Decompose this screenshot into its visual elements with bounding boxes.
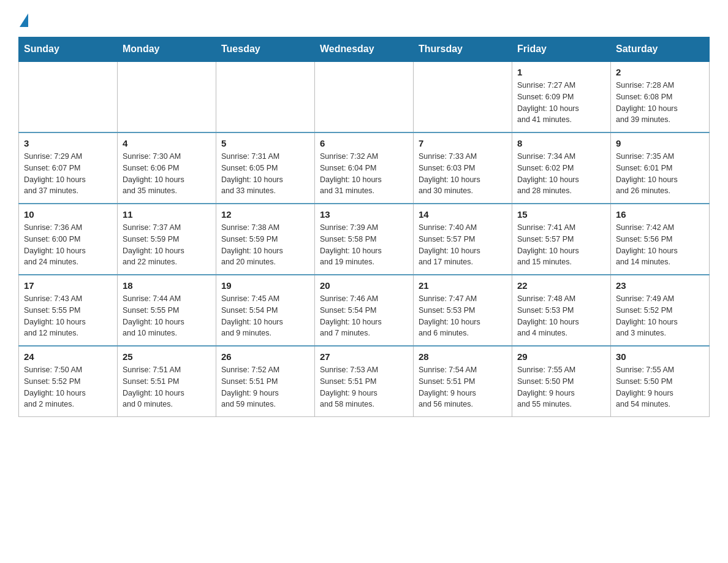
day-info: Sunrise: 7:41 AM Sunset: 5:57 PM Dayligh…: [517, 222, 605, 268]
day-number: 7: [419, 138, 507, 148]
day-info: Sunrise: 7:43 AM Sunset: 5:55 PM Dayligh…: [24, 293, 112, 339]
day-number: 15: [517, 209, 605, 220]
weekday-header-tuesday: Tuesday: [216, 37, 315, 62]
day-info: Sunrise: 7:39 AM Sunset: 5:58 PM Dayligh…: [320, 222, 408, 268]
day-info: Sunrise: 7:49 AM Sunset: 5:52 PM Dayligh…: [616, 293, 704, 339]
weekday-header-thursday: Thursday: [414, 37, 512, 62]
calendar-cell: 30Sunrise: 7:55 AM Sunset: 5:50 PM Dayli…: [611, 346, 710, 417]
day-info: Sunrise: 7:33 AM Sunset: 6:03 PM Dayligh…: [419, 151, 507, 197]
day-number: 22: [517, 280, 605, 291]
day-info: Sunrise: 7:35 AM Sunset: 6:01 PM Dayligh…: [616, 151, 704, 197]
day-number: 28: [419, 351, 507, 362]
day-number: 18: [123, 280, 211, 291]
day-info: Sunrise: 7:38 AM Sunset: 5:59 PM Dayligh…: [221, 222, 309, 268]
day-number: 2: [616, 67, 704, 77]
day-info: Sunrise: 7:28 AM Sunset: 6:08 PM Dayligh…: [616, 80, 704, 126]
calendar-cell: 12Sunrise: 7:38 AM Sunset: 5:59 PM Dayli…: [216, 204, 315, 275]
day-number: 6: [320, 138, 408, 148]
weekday-header-row: SundayMondayTuesdayWednesdayThursdayFrid…: [19, 37, 710, 62]
day-number: 25: [123, 351, 211, 362]
day-info: Sunrise: 7:50 AM Sunset: 5:52 PM Dayligh…: [24, 364, 112, 410]
day-number: 5: [221, 138, 309, 148]
day-info: Sunrise: 7:37 AM Sunset: 5:59 PM Dayligh…: [123, 222, 211, 268]
calendar-cell: 11Sunrise: 7:37 AM Sunset: 5:59 PM Dayli…: [118, 204, 216, 275]
day-number: 29: [517, 351, 605, 362]
calendar-cell: 22Sunrise: 7:48 AM Sunset: 5:53 PM Dayli…: [512, 275, 611, 346]
calendar-cell: 21Sunrise: 7:47 AM Sunset: 5:53 PM Dayli…: [414, 275, 512, 346]
day-info: Sunrise: 7:48 AM Sunset: 5:53 PM Dayligh…: [517, 293, 605, 339]
weekday-header-friday: Friday: [512, 37, 611, 62]
weekday-header-monday: Monday: [118, 37, 216, 62]
calendar-week-row: 17Sunrise: 7:43 AM Sunset: 5:55 PM Dayli…: [19, 275, 710, 346]
calendar-cell: 14Sunrise: 7:40 AM Sunset: 5:57 PM Dayli…: [414, 204, 512, 275]
calendar-cell: 20Sunrise: 7:46 AM Sunset: 5:54 PM Dayli…: [315, 275, 414, 346]
calendar-cell: 2Sunrise: 7:28 AM Sunset: 6:08 PM Daylig…: [611, 61, 710, 132]
day-number: 12: [221, 209, 309, 220]
day-info: Sunrise: 7:51 AM Sunset: 5:51 PM Dayligh…: [123, 364, 211, 410]
calendar-table: SundayMondayTuesdayWednesdayThursdayFrid…: [18, 37, 710, 417]
calendar-cell: 27Sunrise: 7:53 AM Sunset: 5:51 PM Dayli…: [315, 346, 414, 417]
day-info: Sunrise: 7:45 AM Sunset: 5:54 PM Dayligh…: [221, 293, 309, 339]
calendar-week-row: 1Sunrise: 7:27 AM Sunset: 6:09 PM Daylig…: [19, 61, 710, 132]
day-number: 23: [616, 280, 704, 291]
calendar-cell: 15Sunrise: 7:41 AM Sunset: 5:57 PM Dayli…: [512, 204, 611, 275]
day-number: 14: [419, 209, 507, 220]
day-info: Sunrise: 7:36 AM Sunset: 6:00 PM Dayligh…: [24, 222, 112, 268]
calendar-cell: 25Sunrise: 7:51 AM Sunset: 5:51 PM Dayli…: [118, 346, 216, 417]
logo-arrow-icon: [20, 13, 28, 27]
day-number: 3: [24, 138, 112, 148]
calendar-cell: 18Sunrise: 7:44 AM Sunset: 5:55 PM Dayli…: [118, 275, 216, 346]
calendar-cell: 28Sunrise: 7:54 AM Sunset: 5:51 PM Dayli…: [414, 346, 512, 417]
calendar-cell: [315, 61, 414, 132]
day-info: Sunrise: 7:47 AM Sunset: 5:53 PM Dayligh…: [419, 293, 507, 339]
day-number: 8: [517, 138, 605, 148]
calendar-cell: [118, 61, 216, 132]
day-number: 13: [320, 209, 408, 220]
day-info: Sunrise: 7:55 AM Sunset: 5:50 PM Dayligh…: [616, 364, 704, 410]
calendar-cell: 5Sunrise: 7:31 AM Sunset: 6:05 PM Daylig…: [216, 132, 315, 204]
day-info: Sunrise: 7:27 AM Sunset: 6:09 PM Dayligh…: [517, 80, 605, 126]
calendar-cell: [414, 61, 512, 132]
day-number: 21: [419, 280, 507, 291]
calendar-cell: 7Sunrise: 7:33 AM Sunset: 6:03 PM Daylig…: [414, 132, 512, 204]
calendar-cell: [216, 61, 315, 132]
calendar-cell: 19Sunrise: 7:45 AM Sunset: 5:54 PM Dayli…: [216, 275, 315, 346]
calendar-cell: 3Sunrise: 7:29 AM Sunset: 6:07 PM Daylig…: [19, 132, 118, 204]
calendar-cell: 4Sunrise: 7:30 AM Sunset: 6:06 PM Daylig…: [118, 132, 216, 204]
calendar-cell: 16Sunrise: 7:42 AM Sunset: 5:56 PM Dayli…: [611, 204, 710, 275]
day-number: 11: [123, 209, 211, 220]
day-info: Sunrise: 7:30 AM Sunset: 6:06 PM Dayligh…: [123, 151, 211, 197]
weekday-header-sunday: Sunday: [19, 37, 118, 62]
day-info: Sunrise: 7:54 AM Sunset: 5:51 PM Dayligh…: [419, 364, 507, 410]
calendar-cell: 24Sunrise: 7:50 AM Sunset: 5:52 PM Dayli…: [19, 346, 118, 417]
calendar-cell: 29Sunrise: 7:55 AM Sunset: 5:50 PM Dayli…: [512, 346, 611, 417]
day-info: Sunrise: 7:44 AM Sunset: 5:55 PM Dayligh…: [123, 293, 211, 339]
day-number: 30: [616, 351, 704, 362]
calendar-week-row: 24Sunrise: 7:50 AM Sunset: 5:52 PM Dayli…: [19, 346, 710, 417]
calendar-cell: 26Sunrise: 7:52 AM Sunset: 5:51 PM Dayli…: [216, 346, 315, 417]
day-info: Sunrise: 7:53 AM Sunset: 5:51 PM Dayligh…: [320, 364, 408, 410]
calendar-week-row: 3Sunrise: 7:29 AM Sunset: 6:07 PM Daylig…: [19, 132, 710, 204]
calendar-cell: 10Sunrise: 7:36 AM Sunset: 6:00 PM Dayli…: [19, 204, 118, 275]
calendar-week-row: 10Sunrise: 7:36 AM Sunset: 6:00 PM Dayli…: [19, 204, 710, 275]
calendar-cell: 6Sunrise: 7:32 AM Sunset: 6:04 PM Daylig…: [315, 132, 414, 204]
day-info: Sunrise: 7:46 AM Sunset: 5:54 PM Dayligh…: [320, 293, 408, 339]
day-info: Sunrise: 7:29 AM Sunset: 6:07 PM Dayligh…: [24, 151, 112, 197]
day-number: 17: [24, 280, 112, 291]
calendar-cell: [19, 61, 118, 132]
weekday-header-wednesday: Wednesday: [315, 37, 414, 62]
calendar-cell: 23Sunrise: 7:49 AM Sunset: 5:52 PM Dayli…: [611, 275, 710, 346]
day-number: 1: [517, 67, 605, 77]
day-number: 9: [616, 138, 704, 148]
day-info: Sunrise: 7:32 AM Sunset: 6:04 PM Dayligh…: [320, 151, 408, 197]
day-number: 20: [320, 280, 408, 291]
day-info: Sunrise: 7:55 AM Sunset: 5:50 PM Dayligh…: [517, 364, 605, 410]
day-number: 19: [221, 280, 309, 291]
day-number: 4: [123, 138, 211, 148]
day-info: Sunrise: 7:40 AM Sunset: 5:57 PM Dayligh…: [419, 222, 507, 268]
weekday-header-saturday: Saturday: [611, 37, 710, 62]
page-header: [18, 12, 710, 26]
day-number: 16: [616, 209, 704, 220]
day-number: 27: [320, 351, 408, 362]
day-number: 24: [24, 351, 112, 362]
